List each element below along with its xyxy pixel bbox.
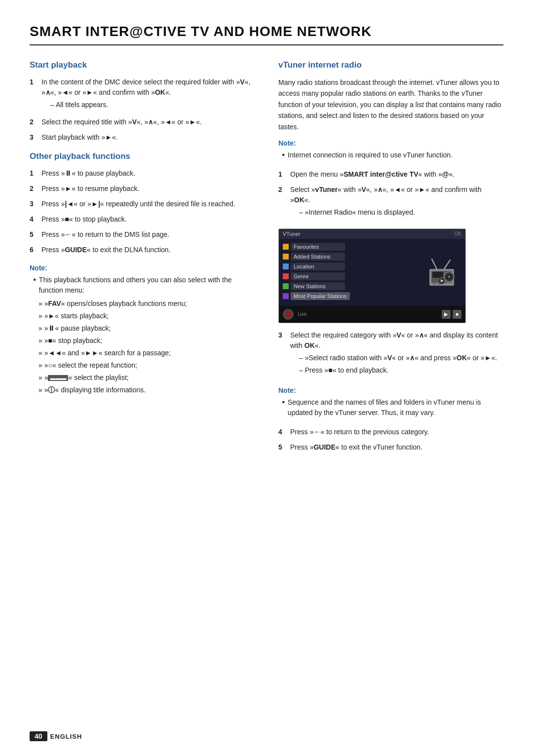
menu-item-most-popular: Most Popular Stations	[283, 292, 417, 300]
list-item: 6 Press »GUIDE« to exit the DLNA functio…	[30, 245, 255, 255]
menu-item-favourites: Favourites	[283, 243, 417, 251]
radio-svg-icon	[424, 255, 459, 290]
footer-text: Live	[298, 311, 306, 317]
menu-color-indicator	[283, 273, 289, 279]
list-item: 2 Select »vTuner« with »V«, »∧«, »◄« or …	[278, 185, 503, 220]
menu-color-indicator	[283, 293, 289, 299]
record-icon-svg	[285, 311, 292, 318]
page-title: SMART INTER@CTIVE TV AND HOME NETWORK	[30, 24, 503, 45]
menu-label: Genre	[291, 272, 345, 280]
list-item: 3 Start playback with »►«.	[30, 132, 255, 143]
svg-point-12	[286, 312, 291, 317]
vtuner-content: Favourites Added Stations Location	[279, 239, 465, 306]
menu-label: New Stations	[291, 282, 345, 290]
note-block-vtuner-sequence: Note: Sequence and the names of files an…	[278, 386, 503, 418]
page-number: 40	[30, 731, 47, 741]
menu-color-indicator	[283, 254, 289, 260]
list-item: »ⓘ« displaying title informations.	[38, 385, 255, 395]
section-title-vtuner: vTuner internet radio	[278, 60, 503, 70]
page-footer: 40 ENGLISH	[30, 731, 82, 741]
svg-point-4	[448, 276, 450, 278]
vtuner-footer: Live ▶ ■	[279, 306, 465, 323]
section-start-playback: Start playback 1 In the content of the D…	[30, 60, 255, 143]
section-title-other-playback: Other playback functions	[30, 151, 255, 161]
menu-item-genre: Genre	[283, 272, 417, 280]
list-item: 1 Open the menu »SMART inter@ctive TV« w…	[278, 169, 503, 180]
list-item: »⏸« pause playback;	[38, 323, 255, 334]
list-item: 1 In the content of the DMC device selec…	[30, 77, 255, 112]
note-item: Internet connection is required to use v…	[278, 150, 503, 160]
other-playback-list: 1 Press »⏸« to pause playback. 2 Press »…	[30, 168, 255, 255]
list-item: 1 Press »⏸« to pause playback.	[30, 168, 255, 179]
list-item: 4 Press »■« to stop playback.	[30, 214, 255, 225]
menu-label: Added Stations	[291, 253, 345, 261]
vtuner-ui-mockup: VTuner OK Favourites Added Stations	[278, 228, 466, 323]
footer-record-icon	[283, 309, 294, 320]
note-block-other-playback: Note: This playback functions and others…	[30, 264, 255, 395]
vtuner-intro: Many radio stations broadcast through th…	[278, 77, 503, 132]
list-item: 5 Press »←« to return to the DMS list pa…	[30, 229, 255, 240]
menu-label: Most Popular Stations	[291, 292, 350, 300]
list-item: 5 Press »GUIDE« to exit the vTuner funct…	[278, 442, 503, 453]
note-title: Note:	[278, 386, 503, 394]
vtuner-radio-icon-area	[422, 243, 461, 302]
vtuner-header: VTuner OK	[279, 229, 465, 239]
vtuner-menu: Favourites Added Stations Location	[283, 243, 417, 302]
section-title-start-playback: Start playback	[30, 60, 255, 70]
start-playback-list: 1 In the content of the DMC device selec…	[30, 77, 255, 143]
svg-line-8	[432, 259, 437, 269]
vtuner-steps-3: 4 Press »←« to return to the previous ca…	[278, 427, 503, 453]
page-language: ENGLISH	[50, 733, 82, 740]
section-other-playback: Other playback functions 1 Press »⏸« to …	[30, 151, 255, 395]
left-column: Start playback 1 In the content of the D…	[30, 60, 255, 461]
svg-point-6	[433, 282, 436, 285]
list-item: »■« stop playback;	[38, 336, 255, 346]
list-item: »○« select the repeat function;	[38, 360, 255, 371]
list-item: 4 Press »←« to return to the previous ca…	[278, 427, 503, 437]
list-item: »FAV« opens/closes playback functions me…	[38, 299, 255, 309]
vtuner-steps-1: 1 Open the menu »SMART inter@ctive TV« w…	[278, 169, 503, 220]
list-item: 2 Select the required title with »V«, »∧…	[30, 117, 255, 127]
menu-item-location: Location	[283, 263, 417, 270]
svg-rect-5	[432, 272, 443, 278]
vtuner-steps-2: 3 Select the required category with »V« …	[278, 330, 503, 378]
note-title: Note:	[278, 139, 503, 147]
note-item-sequence: Sequence and the names of files and fold…	[278, 397, 503, 418]
menu-color-indicator	[283, 244, 289, 250]
footer-controls: ▶ ■	[442, 310, 461, 319]
list-item: 2 Press »►« to resume playback.	[30, 184, 255, 194]
menu-label: Favourites	[291, 243, 345, 251]
list-item: »►« starts playback;	[38, 311, 255, 321]
svg-line-9	[444, 260, 450, 269]
note-title: Note:	[30, 264, 255, 272]
menu-item-added-stations: Added Stations	[283, 253, 417, 261]
menu-label: Location	[291, 263, 345, 270]
note-block-vtuner-connection: Note: Internet connection is required to…	[278, 139, 503, 160]
note-item: This playback functions and others you c…	[30, 275, 255, 296]
menu-item-new-stations: New Stations	[283, 282, 417, 290]
function-menu-list: »FAV« opens/closes playback functions me…	[30, 299, 255, 395]
stop-button[interactable]: ■	[453, 310, 461, 319]
section-vtuner: vTuner internet radio Many radio station…	[278, 60, 503, 453]
menu-color-indicator	[283, 264, 289, 269]
list-item: 3 Select the required category with »V« …	[278, 330, 503, 378]
list-item: 3 Press »|◄« or »►|« repeatedly until th…	[30, 199, 255, 209]
menu-color-indicator	[283, 283, 289, 289]
list-item: »◄◄« and »►►« search for a passage;	[38, 348, 255, 358]
sub-list: All titels appears.	[41, 100, 255, 110]
vtuner-label: VTuner	[283, 231, 301, 237]
vtuner-header-right: OK	[455, 231, 461, 236]
list-item: »▬▬▬« select the playlist;	[38, 373, 255, 383]
play-button[interactable]: ▶	[442, 310, 451, 319]
right-column: vTuner internet radio Many radio station…	[278, 60, 503, 461]
